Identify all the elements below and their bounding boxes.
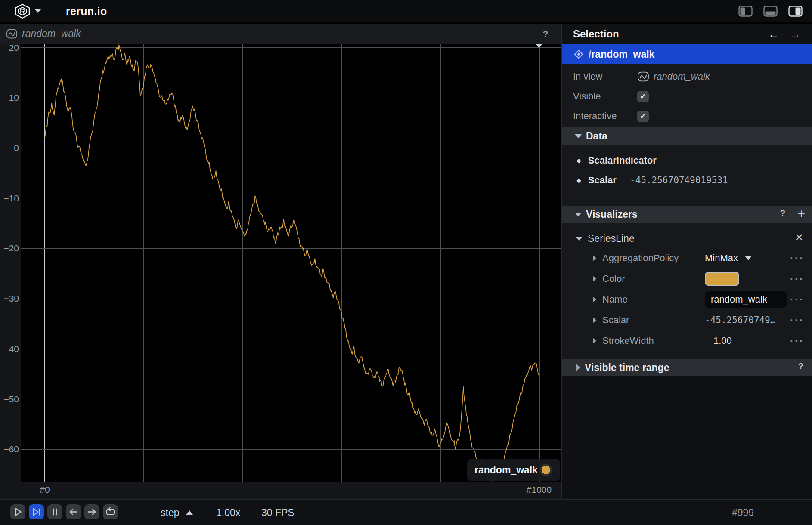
component-row[interactable]: ◆ ScalarIndicator xyxy=(562,151,812,170)
loop-button[interactable] xyxy=(103,504,118,519)
timeline-bar: step 1.00x 30 FPS #999 xyxy=(0,499,812,525)
visualizer-name: SeriesLine xyxy=(588,233,635,244)
component-value: -45.25670749019531 xyxy=(630,175,728,185)
remove-visualizer-button[interactable]: ✕ xyxy=(795,232,803,244)
property-label: Name xyxy=(602,294,628,305)
visualizers-help-button[interactable]: ? xyxy=(780,208,785,218)
series-name-input[interactable] xyxy=(705,291,787,308)
view-header[interactable]: random_walk ? xyxy=(0,24,561,44)
app-title: rerun.io xyxy=(66,5,107,18)
seriesline-visualizer-row[interactable]: SeriesLine ✕ xyxy=(562,229,812,248)
component-diamond-icon: ◆ xyxy=(576,177,581,184)
data-components: ◆ ScalarIndicator ◆ Scalar -45.256707490… xyxy=(562,145,812,206)
y-axis-tick-label: −50 xyxy=(0,394,19,405)
stroke-width-row: StrokeWidth 1.00 ··· xyxy=(562,330,812,351)
app-menu-button[interactable] xyxy=(14,3,41,19)
legend-series-dot xyxy=(540,464,552,476)
component-diamond-icon: ◆ xyxy=(576,157,581,164)
left-panel-icon xyxy=(738,6,753,17)
expand-caret-icon[interactable] xyxy=(593,276,596,282)
name-row: Name ··· xyxy=(562,289,812,310)
bottom-panel-toggle-button[interactable] xyxy=(763,6,778,17)
arrow-left-icon xyxy=(68,506,79,518)
play-icon xyxy=(12,506,24,518)
timeseries-view-icon xyxy=(637,71,649,83)
x-axis-strip: #0 #1000 xyxy=(0,482,561,499)
left-panel-toggle-button[interactable] xyxy=(738,6,753,17)
selection-back-button[interactable]: ← xyxy=(766,27,781,41)
y-axis-tick-label: 10 xyxy=(0,92,19,103)
property-label: Color xyxy=(602,273,625,284)
visualizers-section-header[interactable]: Visualizers ? + xyxy=(562,206,812,223)
legend-series-name: random_walk xyxy=(474,464,538,476)
overflow-menu-button[interactable]: ··· xyxy=(790,273,804,285)
in-view-label: In view xyxy=(573,71,602,82)
pause-button[interactable] xyxy=(47,504,62,519)
component-row[interactable]: ◆ Scalar -45.25670749019531 xyxy=(562,170,812,190)
property-label: AggregationPolicy xyxy=(602,253,679,264)
time-cursor-line[interactable] xyxy=(539,44,539,499)
timeseries-view-icon xyxy=(6,28,18,40)
time-range-section-header[interactable]: Visible time range ? xyxy=(562,359,812,376)
stroke-width-value: 1.00 xyxy=(713,335,732,346)
time-range-help-button[interactable]: ? xyxy=(798,361,803,371)
in-view-link[interactable]: random_walk xyxy=(637,71,710,83)
step-forward-button[interactable] xyxy=(84,504,99,519)
property-label: Scalar xyxy=(602,315,629,326)
aggregation-policy-dropdown[interactable]: MinMax xyxy=(705,253,752,264)
plot-canvas[interactable]: random_walk xyxy=(21,44,561,482)
view-title: random_walk xyxy=(22,28,81,40)
property-label: StrokeWidth xyxy=(602,335,654,346)
x-axis-label-start: #0 xyxy=(32,485,58,495)
view-help-button[interactable]: ? xyxy=(539,28,552,40)
right-panel-toggle-button[interactable] xyxy=(788,6,803,17)
current-time-label: #999 xyxy=(732,500,754,525)
selected-entity-row[interactable]: /random_walk xyxy=(562,44,812,64)
overflow-menu-button[interactable]: ··· xyxy=(790,314,804,326)
scalar-value: -45.25670749… xyxy=(705,315,775,325)
add-visualizer-button[interactable]: + xyxy=(797,207,805,221)
component-name: ScalarIndicator xyxy=(588,155,657,166)
y-axis-tick-label: −60 xyxy=(0,444,19,455)
y-axis-tick-label: −30 xyxy=(0,293,19,304)
expand-caret-icon[interactable] xyxy=(593,317,596,323)
visible-checkbox[interactable]: ✓ xyxy=(637,91,649,102)
overflow-menu-button[interactable]: ··· xyxy=(790,293,804,306)
caret-up-icon xyxy=(186,510,193,515)
collapse-caret-icon xyxy=(575,134,582,138)
interactive-checkbox[interactable]: ✓ xyxy=(637,111,649,122)
entity-properties: In view random_walk Visible ✓ xyxy=(562,64,812,126)
follow-button[interactable] xyxy=(29,504,44,519)
collapse-caret-icon xyxy=(576,237,583,241)
step-granularity-dropdown[interactable]: step xyxy=(161,500,193,525)
overflow-menu-button[interactable]: ··· xyxy=(790,252,804,264)
y-axis-labels: 20100−10−20−30−40−50−60 xyxy=(0,44,19,482)
component-name: Scalar xyxy=(588,175,617,186)
data-section-header[interactable]: Data xyxy=(562,127,812,145)
y-axis-tick-label: 20 xyxy=(0,44,19,53)
visible-row: Visible ✓ xyxy=(562,86,812,106)
expand-caret-icon[interactable] xyxy=(593,296,596,303)
interactive-label: Interactive xyxy=(573,111,617,122)
play-button[interactable] xyxy=(10,504,25,519)
plot-area[interactable]: random_walk 20100−10−20−30−40−50−60 #0 #… xyxy=(0,44,561,499)
color-swatch[interactable] xyxy=(705,272,739,286)
expand-caret-icon[interactable] xyxy=(593,338,596,344)
loop-icon xyxy=(105,506,116,518)
selection-forward-button[interactable]: → xyxy=(788,27,803,41)
step-back-button[interactable] xyxy=(66,504,81,519)
entity-icon xyxy=(574,49,583,59)
top-bar: rerun.io xyxy=(0,0,812,22)
y-axis-tick-label: 0 xyxy=(0,142,19,154)
fps-control[interactable]: 30 FPS xyxy=(261,500,294,525)
overflow-menu-button[interactable]: ··· xyxy=(790,335,804,347)
y-axis-tick-label: −40 xyxy=(0,343,19,355)
data-section-title: Data xyxy=(586,130,607,142)
expand-caret-icon[interactable] xyxy=(593,255,596,261)
right-panel-icon xyxy=(788,6,803,17)
rerun-logo-icon xyxy=(14,3,31,19)
interactive-row: Interactive ✓ xyxy=(562,106,812,126)
logo-menu-caret-icon xyxy=(35,9,41,13)
scalar-row: Scalar -45.25670749… ··· xyxy=(562,310,812,330)
playback-speed-control[interactable]: 1.00x xyxy=(216,500,240,525)
